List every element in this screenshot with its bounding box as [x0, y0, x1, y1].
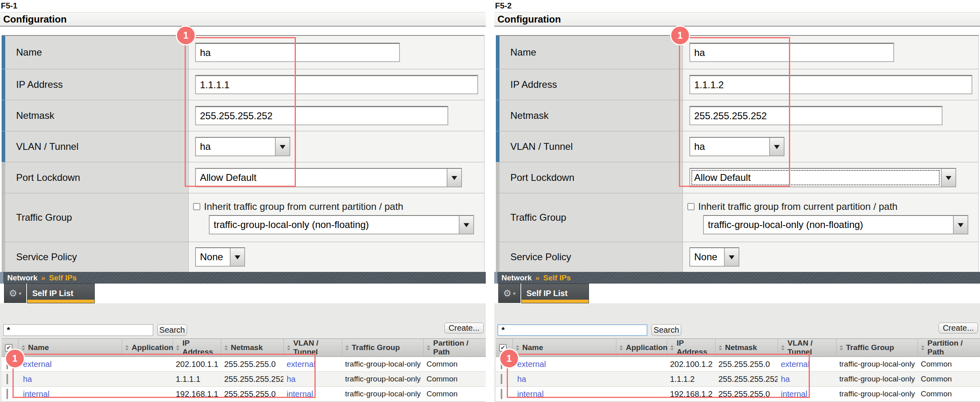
select-value: traffic-group-local-only (non-floating)	[704, 216, 953, 234]
traffic-group-select[interactable]: traffic-group-local-only (non-floating)	[209, 215, 474, 234]
column-header-traffic-group[interactable]: Traffic Group	[836, 339, 918, 357]
traffic-group-select[interactable]: traffic-group-local-only (non-floating)	[703, 215, 968, 234]
dropdown-arrow-icon	[447, 169, 461, 186]
ip-address-cell: 202.100.1.1	[173, 357, 221, 372]
field-value-cell	[189, 100, 484, 131]
annotation-badge: 1	[670, 25, 690, 46]
section-header: Configuration	[494, 12, 980, 27]
self-ip-link[interactable]: ha	[517, 375, 526, 383]
list-section: Search Create... ✔ Name Application IP A…	[0, 303, 486, 402]
service-policy-select[interactable]: None	[195, 247, 245, 267]
search-button[interactable]: Search	[651, 324, 681, 336]
dropdown-arrow-icon	[941, 169, 955, 186]
dropdown-arrow-icon	[275, 138, 289, 155]
required-marker	[2, 36, 5, 69]
vlan-link[interactable]: ha	[287, 375, 295, 383]
name-input[interactable]	[195, 43, 400, 62]
vlan-link[interactable]: internal	[287, 390, 313, 398]
traffic-group-cell: traffic-group-local-only	[342, 372, 423, 387]
column-header-netmask[interactable]: Netmask	[221, 339, 283, 357]
ip-address-cell: 202.100.1.2	[667, 357, 715, 372]
self-ip-table: ✔ Name Application IP Address Netmask VL…	[2, 338, 486, 402]
ip-address-input[interactable]	[195, 75, 478, 94]
ip-address-cell: 192.168.1.1	[173, 387, 221, 402]
tab-self-ip-list[interactable]: Self IP List	[27, 284, 95, 303]
tab-active-indicator	[27, 300, 94, 303]
traffic-group-cell: traffic-group-local-only	[342, 357, 423, 372]
sort-icon	[287, 344, 290, 352]
vlan-link[interactable]: internal	[781, 390, 807, 398]
row-checkbox[interactable]	[6, 389, 8, 399]
column-header-vlan-tunnel[interactable]: VLAN / Tunnel	[283, 339, 342, 357]
netmask-input[interactable]	[689, 106, 943, 125]
column-header-traffic-group[interactable]: Traffic Group	[342, 339, 423, 357]
ip-address-input[interactable]	[689, 75, 972, 94]
vlan-link[interactable]: external	[781, 360, 809, 369]
search-button[interactable]: Search	[157, 324, 187, 336]
self-ip-link[interactable]: external	[517, 360, 546, 369]
service-policy-select[interactable]: None	[689, 247, 739, 267]
table-row: external 202.100.1.1 255.255.255.0 exter…	[2, 357, 486, 372]
field-label: Traffic Group	[499, 193, 683, 242]
netmask-input[interactable]	[195, 106, 448, 125]
column-header-name[interactable]: Name	[18, 339, 122, 357]
column-header-application[interactable]: Application	[616, 339, 667, 357]
partition-cell: Common	[918, 387, 980, 402]
tab-self-ip-list[interactable]: Self IP List	[521, 284, 589, 303]
vlan-tunnel-select[interactable]: ha	[689, 137, 784, 156]
select-value: traffic-group-local-only (non-floating)	[210, 216, 459, 234]
gear-menu-button[interactable]: ⚙ ▾	[498, 284, 520, 303]
column-header-ip-address[interactable]: IP Address	[173, 339, 221, 357]
column-header-name[interactable]: Name	[512, 339, 616, 357]
dropdown-arrow-icon	[459, 216, 473, 234]
gear-menu-button[interactable]: ⚙ ▾	[4, 284, 26, 303]
breadcrumb-separator: »	[41, 274, 46, 282]
search-input[interactable]	[3, 324, 153, 336]
dropdown-arrow-icon	[230, 248, 244, 266]
column-header-partition-path[interactable]: Partition / Path	[918, 339, 980, 357]
vlan-link[interactable]: external	[287, 360, 315, 369]
port-lockdown-select[interactable]: Allow Default	[689, 168, 956, 187]
self-ip-link[interactable]: external	[23, 360, 52, 369]
create-button[interactable]: Create...	[444, 323, 484, 334]
self-ip-table: ✔ Name Application IP Address Netmask VL…	[496, 338, 980, 402]
field-value-cell	[683, 36, 978, 69]
ip-address-cell: 1.1.1.1	[173, 372, 221, 387]
inherit-traffic-group-checkbox[interactable]	[687, 203, 695, 210]
search-input[interactable]	[497, 324, 647, 336]
device-label: F5-1	[1, 1, 17, 10]
sort-icon	[670, 344, 674, 352]
netmask-cell: 255.255.255.0	[715, 387, 778, 402]
application-cell	[616, 387, 667, 402]
sort-icon	[22, 344, 25, 352]
row-checkbox[interactable]	[6, 374, 8, 384]
self-ip-link[interactable]: internal	[517, 390, 544, 398]
gear-icon: ⚙	[9, 289, 17, 298]
table-row: internal 192.168.1.1 255.255.255.0 inter…	[2, 387, 486, 402]
column-header-application[interactable]: Application	[122, 339, 173, 357]
row-checkbox[interactable]	[501, 389, 502, 399]
name-input[interactable]	[689, 43, 894, 62]
column-header-netmask[interactable]: Netmask	[715, 339, 778, 357]
port-lockdown-select[interactable]: Allow Default	[195, 168, 462, 187]
field-value-cell	[189, 69, 484, 100]
vlan-link[interactable]: ha	[781, 375, 790, 383]
dropdown-arrow-icon	[953, 216, 968, 234]
dropdown-arrow-icon	[724, 248, 739, 266]
table-header-row: ✔ Name Application IP Address Netmask VL…	[2, 339, 486, 357]
field-label: VLAN / Tunnel	[5, 131, 189, 162]
field-value-cell: Inherit traffic group from current parti…	[683, 193, 978, 242]
vlan-tunnel-select[interactable]: ha	[195, 137, 290, 156]
inherit-traffic-group-checkbox[interactable]	[193, 203, 200, 210]
row-checkbox[interactable]	[501, 374, 502, 384]
column-header-vlan-tunnel[interactable]: VLAN / Tunnel	[778, 339, 836, 357]
self-ip-link[interactable]: ha	[23, 375, 32, 383]
netmask-cell: 255.255.255.0	[221, 357, 283, 372]
field-label: Port Lockdown	[499, 162, 683, 193]
breadcrumb-section: Network	[501, 274, 532, 282]
self-ip-link[interactable]: internal	[23, 390, 50, 398]
column-header-ip-address[interactable]: IP Address	[667, 339, 715, 357]
breadcrumb: Network » Self IPs	[494, 272, 980, 284]
create-button[interactable]: Create...	[938, 323, 978, 334]
column-header-partition-path[interactable]: Partition / Path	[423, 339, 486, 357]
